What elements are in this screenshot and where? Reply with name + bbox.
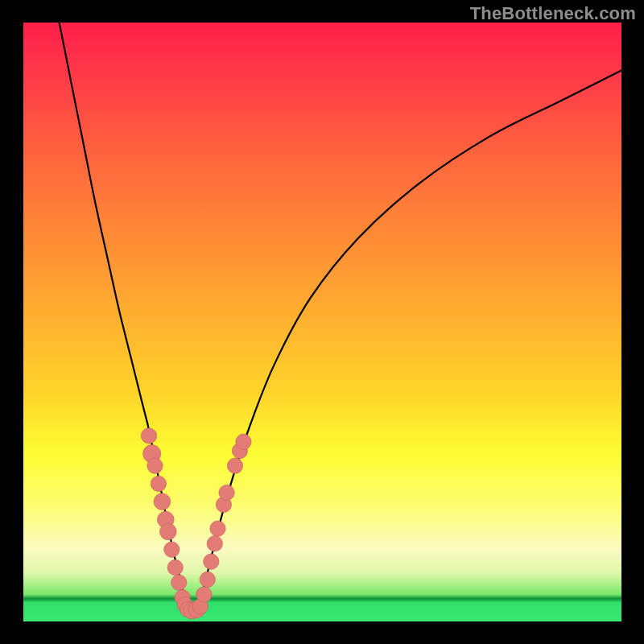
data-markers [141,428,251,619]
data-marker [147,458,163,473]
data-marker [171,575,187,590]
data-marker [200,572,215,587]
data-marker [204,554,219,569]
data-marker [141,428,156,444]
data-marker [236,434,251,449]
data-marker [154,493,171,510]
data-marker [207,536,222,551]
chart-frame: TheBottleneck.com [0,0,644,644]
bottleneck-curve [60,23,621,611]
data-marker [159,523,176,540]
data-marker [219,485,234,500]
data-marker [210,521,225,536]
data-marker [167,559,183,575]
plot-area [23,23,621,621]
data-marker [151,476,166,491]
curve-layer [23,23,621,621]
watermark-text: TheBottleneck.com [470,3,636,24]
data-marker [196,587,212,602]
data-marker [164,542,180,557]
data-marker [227,458,242,473]
